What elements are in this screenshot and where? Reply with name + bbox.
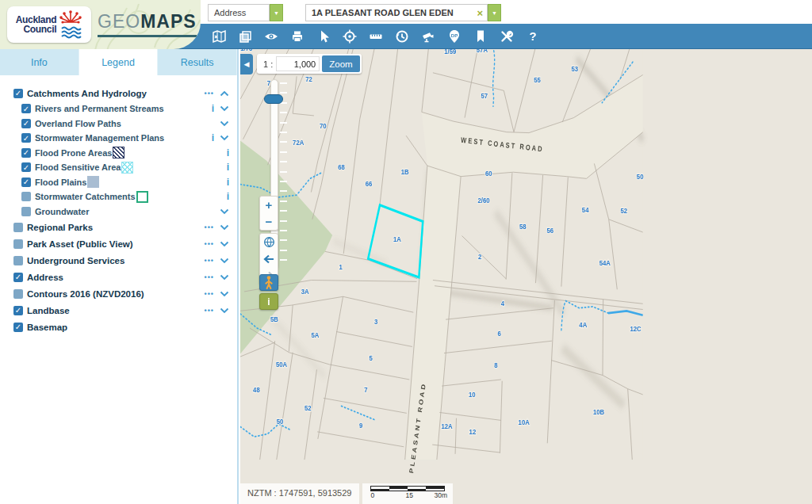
layer-menu-icon[interactable]: ••• [205,257,214,265]
webcam-tool-button[interactable] [420,29,436,44]
scale-input[interactable] [276,56,320,71]
tools-tool-button[interactable] [499,29,515,44]
tab-legend[interactable]: Legend [79,49,159,75]
layer-row-catchments-and-hydrology[interactable]: ✓Catchments And Hydrology••• [0,85,237,101]
layer-checkbox[interactable]: ✓ [21,162,31,172]
full-extent-button[interactable] [260,234,278,250]
chevron-down-icon[interactable] [220,120,229,127]
layer-checkbox[interactable] [21,207,31,216]
auckland-council-logo[interactable]: Auckland Council [7,6,91,43]
basemap-tool-button[interactable] [211,29,227,44]
map-info-button[interactable]: i [259,293,278,310]
layer-info-icon[interactable]: i [212,132,214,143]
geomaps-app: Auckland Council [0,0,812,504]
sidebar-collapse-button[interactable]: ◀ [240,54,253,74]
chevron-down-icon[interactable] [220,258,229,264]
history-tool-button[interactable] [394,29,410,44]
layer-info-icon[interactable]: i [227,162,229,173]
measure-icon [369,29,383,44]
layer-menu-icon[interactable]: ••• [205,223,214,231]
geomaps-logo: GEOMAPS [98,11,197,37]
street-view-button[interactable] [259,274,278,291]
layer-row-flood-plains[interactable]: ✓Flood Plainsi [0,175,237,190]
parcel-label: 50 [277,417,284,426]
print-tool-button[interactable] [289,29,305,44]
layer-menu-icon[interactable]: ••• [205,290,214,298]
layers-tool-button[interactable] [237,29,253,44]
dp-pin-tool-button[interactable]: DP [446,29,462,44]
category-dropdown-button[interactable]: ▼ [270,4,283,21]
zoom-button[interactable]: Zoom [322,55,359,72]
layer-checkbox[interactable]: ✓ [21,178,31,187]
parcel-label: 72A [293,138,304,147]
layer-checkbox[interactable]: ✓ [13,89,23,98]
chevron-down-icon[interactable] [220,224,229,231]
layer-row-flood-prone-areas[interactable]: ✓Flood Prone Areasi [0,146,237,161]
tab-results[interactable]: Results [158,49,237,75]
layer-checkbox[interactable]: ✓ [21,148,31,158]
layer-info-icon[interactable]: i [212,103,214,114]
zoom-out-button[interactable]: − [260,213,278,230]
layer-checkbox[interactable] [21,192,31,201]
layer-checkbox[interactable]: ✓ [13,323,23,332]
help-tool-button[interactable]: ? [525,29,541,44]
layer-row-regional-parks[interactable]: Regional Parks••• [0,219,237,235]
layer-checkbox[interactable]: ✓ [21,104,31,113]
layer-row-rivers-and-permanent-streams[interactable]: ✓Rivers and Permanent Streamsi [0,101,237,116]
layer-checkbox[interactable] [13,239,23,249]
locate-tool-button[interactable] [342,29,358,44]
layer-row-stormwater-management-plans[interactable]: ✓Stormwater Management Plansi [0,131,237,146]
layer-info-icon[interactable]: i [227,147,229,158]
chevron-down-icon[interactable] [220,274,229,281]
parcel-label: 7 [364,385,367,394]
layer-row-landbase[interactable]: ✓Landbase••• [0,302,237,319]
layer-menu-icon[interactable]: ••• [205,240,214,248]
layer-row-contours-2016-nzvd2016-[interactable]: Contours 2016 (NZVD2016)••• [0,285,237,302]
search-input[interactable] [306,8,473,17]
search-category-select[interactable]: Address [208,4,270,21]
layer-label: Underground Services [27,256,124,265]
layer-menu-icon[interactable]: ••• [205,273,214,281]
layer-checkbox[interactable]: ✓ [21,119,31,128]
layer-checkbox[interactable]: ✓ [13,273,23,282]
layer-row-groundwater[interactable]: Groundwater [0,204,237,220]
layers-icon [238,29,252,44]
chevron-down-icon[interactable] [220,291,229,297]
measure-tool-button[interactable] [368,29,384,44]
layer-label: Flood Plains [35,178,86,187]
chevron-down-icon[interactable] [220,208,229,215]
layer-checkbox[interactable]: ✓ [13,306,23,315]
layer-menu-icon[interactable]: ••• [205,90,214,97]
zoom-in-button[interactable]: + [260,197,278,213]
parcel-label: 58 [519,223,527,231]
chevron-down-icon[interactable] [220,307,229,314]
zoom-slider-thumb[interactable] [264,94,283,104]
layer-row-flood-sensitive-area[interactable]: ✓Flood Sensitive Areai [0,160,237,175]
clear-search-icon[interactable]: × [473,7,487,19]
chevron-down-icon[interactable] [220,135,229,141]
bookmark-tool-button[interactable] [473,29,488,44]
map-canvas[interactable]: WEST COAST ROADPLEASANT ROAD 1/787472707… [240,49,812,504]
visibility-eye-tool-button[interactable] [263,29,279,44]
layer-row-underground-services[interactable]: Underground Services••• [0,252,237,269]
layer-checkbox[interactable] [13,289,23,299]
layer-row-stormwater-catchments[interactable]: Stormwater Catchmentsi [0,189,237,204]
layer-row-overland-flow-paths[interactable]: ✓Overland Flow Paths [0,116,237,132]
layer-menu-icon[interactable]: ••• [205,307,214,315]
pointer-tool-button[interactable] [316,29,331,44]
chevron-up-icon[interactable] [220,90,229,97]
layer-row-park-asset-public-view-[interactable]: Park Asset (Public View)••• [0,235,237,252]
back-extent-button[interactable] [260,250,278,267]
search-dropdown-button[interactable]: ▼ [488,4,501,21]
map-viewport[interactable]: WEST COAST ROADPLEASANT ROAD 1/787472707… [240,49,812,504]
layer-checkbox[interactable] [13,223,23,232]
chevron-down-icon[interactable] [220,241,229,247]
layer-row-basemap[interactable]: ✓Basemap [0,319,237,335]
layer-row-address[interactable]: ✓Address••• [0,269,237,285]
layer-info-icon[interactable]: i [227,191,229,202]
layer-checkbox[interactable] [13,256,23,265]
layer-info-icon[interactable]: i [227,177,229,188]
layer-checkbox[interactable]: ✓ [21,133,31,143]
chevron-down-icon[interactable] [220,105,229,112]
tab-info[interactable]: Info [0,49,79,75]
